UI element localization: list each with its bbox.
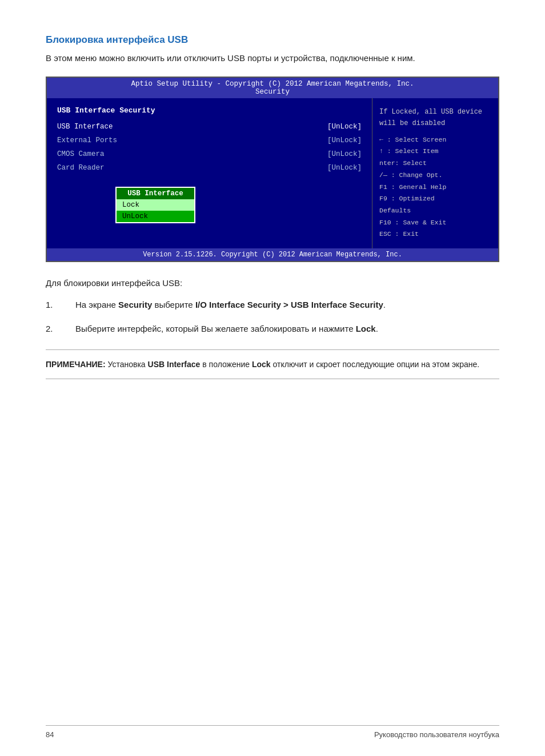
bios-key-row: ← : Select Screen xyxy=(379,134,491,146)
intro-text: В этом меню можно включить или отключить… xyxy=(46,51,499,65)
bios-popup-title: USB Interface xyxy=(117,188,194,199)
bios-row-external-ports: External Ports [UnLock] xyxy=(57,136,362,144)
bios-popup: USB Interface Lock UnLock xyxy=(115,187,195,223)
step-num-1: 1. xyxy=(46,298,75,312)
page-title: Руководство пользователя ноутбука xyxy=(374,730,499,739)
bios-row-usb-interface: USB Interface [UnLock] xyxy=(57,123,362,131)
bios-key-row: F10 : Save & Exit xyxy=(379,217,491,229)
bios-section-title: USB Interface Security xyxy=(57,106,362,115)
step-num-2: 2. xyxy=(46,322,75,336)
note-box: ПРИМЕЧАНИЕ: Установка USB Interface в по… xyxy=(46,349,499,379)
bios-label-external-ports: External Ports xyxy=(57,136,117,144)
step-item-1: 1. На экране Security выберите I/O Inter… xyxy=(46,298,499,312)
bios-left-panel: USB Interface Security USB Interface [Un… xyxy=(47,98,372,248)
bios-key-row: ESC : Exit xyxy=(379,228,491,240)
bios-value-external-ports: [UnLock] xyxy=(327,136,362,144)
bios-help-text: If Locked, all USB device will be disabl… xyxy=(379,106,491,130)
step-item-2: 2. Выберите интерфейс, который Вы желает… xyxy=(46,322,499,336)
page-number: 84 xyxy=(46,730,54,739)
bios-keys: ← : Select Screen ↑ : Select Item nter: … xyxy=(379,134,491,240)
bios-footer: Version 2.15.1226. Copyright (C) 2012 Am… xyxy=(47,248,498,261)
bios-row-card-reader: Card Reader [UnLock] xyxy=(57,164,362,172)
bios-right-panel: If Locked, all USB device will be disabl… xyxy=(372,98,498,248)
instructions-intro: Для блокировки интерфейса USB: xyxy=(46,278,499,288)
step-text-1: На экране Security выберите I/O Interfac… xyxy=(75,298,499,312)
bios-row-cmos-camera: CMOS Camera [UnLock] xyxy=(57,150,362,158)
bios-screenshot: Aptio Setup Utility - Copyright (C) 2012… xyxy=(46,77,499,262)
bios-tab: Security xyxy=(255,88,290,96)
page-footer: 84 Руководство пользователя ноутбука xyxy=(46,725,499,739)
note-text: Установка USB Interface в положение Lock… xyxy=(106,360,480,369)
bios-label-cmos-camera: CMOS Camera xyxy=(57,150,105,158)
bios-value-card-reader: [UnLock] xyxy=(327,164,362,172)
bios-key-row: /— : Change Opt. xyxy=(379,170,491,182)
bios-key-row: F9 : Optimized xyxy=(379,193,491,205)
bios-value-usb-interface: [UnLock] xyxy=(327,123,362,131)
section-title: Блокировка интерфейса USB xyxy=(46,34,499,46)
bios-popup-item-lock[interactable]: Lock xyxy=(117,199,194,211)
bios-header: Aptio Setup Utility - Copyright (C) 2012… xyxy=(47,78,498,98)
steps-list: 1. На экране Security выберите I/O Inter… xyxy=(46,298,499,336)
bios-key-row: Defaults xyxy=(379,205,491,217)
step-text-2: Выберите интерфейс, который Вы желаете з… xyxy=(75,322,499,336)
bios-key-row: ↑ : Select Item xyxy=(379,146,491,158)
bios-label-usb-interface: USB Interface xyxy=(57,123,113,131)
bios-label-card-reader: Card Reader xyxy=(57,164,105,172)
bios-header-text: Aptio Setup Utility - Copyright (C) 2012… xyxy=(131,80,414,88)
bios-popup-item-unlock[interactable]: UnLock xyxy=(117,211,194,222)
bios-value-cmos-camera: [UnLock] xyxy=(327,150,362,158)
bios-key-row: F1 : General Help xyxy=(379,182,491,194)
bios-key-row: nter: Select xyxy=(379,158,491,170)
note-label: ПРИМЕЧАНИЕ: xyxy=(46,360,106,369)
